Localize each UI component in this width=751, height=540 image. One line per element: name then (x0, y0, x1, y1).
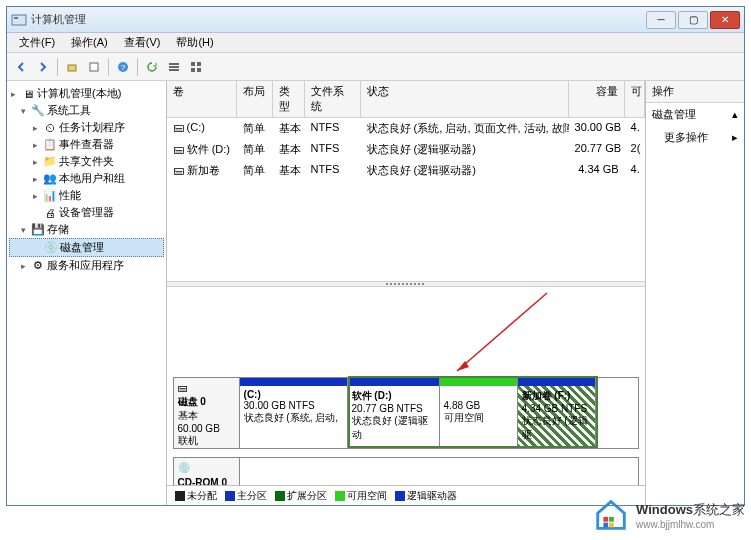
users-icon: 👥 (43, 172, 57, 186)
tree-eventvwr[interactable]: ▸📋事件查看器 (9, 136, 164, 153)
event-icon: 📋 (43, 138, 57, 152)
volume-header[interactable]: 卷 布局 类型 文件系统 状态 容量 可 (167, 81, 645, 118)
svg-rect-10 (197, 62, 201, 66)
tree-services[interactable]: ▸⚙服务和应用程序 (9, 257, 164, 274)
menu-view[interactable]: 查看(V) (116, 33, 169, 52)
forward-button[interactable] (33, 57, 53, 77)
actions-pane: 操作 磁盘管理▴ 更多操作▸ (646, 81, 744, 505)
volume-list[interactable]: 卷 布局 类型 文件系统 状态 容量 可 🖴 (C:)简单基本NTFS状态良好 … (167, 81, 645, 281)
actions-group[interactable]: 磁盘管理▴ (646, 103, 744, 126)
tree-diskmgmt[interactable]: 💿磁盘管理 (9, 238, 164, 257)
volume-row[interactable]: 🖴 软件 (D:)简单基本NTFS状态良好 (逻辑驱动器)20.77 GB2( (167, 139, 645, 160)
disk-icon: 💿 (44, 241, 58, 255)
hdd-icon: 🖴 (178, 382, 198, 393)
gear-icon: ⚙ (31, 259, 45, 273)
svg-line-13 (457, 293, 547, 371)
chevron-up-icon: ▴ (732, 108, 738, 121)
partition[interactable]: 4.88 GB可用空间 (440, 378, 518, 448)
properties-button[interactable] (84, 57, 104, 77)
partition[interactable]: 软件 (D:)20.77 GB NTFS状态良好 (逻辑驱动 (348, 378, 440, 448)
svg-rect-3 (90, 63, 98, 71)
svg-rect-12 (197, 68, 201, 72)
close-button[interactable]: ✕ (710, 11, 740, 29)
svg-rect-17 (603, 523, 608, 528)
partition[interactable]: (C:)30.00 GB NTFS状态良好 (系统, 启动, (240, 378, 348, 448)
perf-icon: 📊 (43, 189, 57, 203)
svg-rect-8 (169, 69, 179, 71)
refresh-button[interactable] (142, 57, 162, 77)
main-window: 计算机管理 ─ ▢ ✕ 文件(F) 操作(A) 查看(V) 帮助(H) ? ▸🖥… (6, 6, 745, 506)
disk-0-row[interactable]: 🖴 磁盘 0 基本 60.00 GB 联机 (C:)30.00 GB NTFS状… (173, 377, 639, 449)
titlebar[interactable]: 计算机管理 ─ ▢ ✕ (7, 7, 744, 33)
svg-rect-1 (14, 17, 18, 19)
svg-text:?: ? (121, 63, 126, 72)
tree-systools[interactable]: ▾🔧系统工具 (9, 102, 164, 119)
nav-tree[interactable]: ▸🖥计算机管理(本地) ▾🔧系统工具 ▸⏲任务计划程序 ▸📋事件查看器 ▸📁共享… (7, 81, 167, 505)
actions-more[interactable]: 更多操作▸ (646, 126, 744, 149)
svg-rect-0 (12, 15, 26, 25)
computer-icon: 🖥 (21, 87, 35, 101)
house-icon (592, 496, 630, 534)
svg-rect-15 (603, 517, 608, 522)
legend: 未分配主分区扩展分区可用空间逻辑驱动器 (167, 485, 645, 505)
view-list-button[interactable] (164, 57, 184, 77)
legend-item: 逻辑驱动器 (395, 489, 457, 503)
disk-0-header: 🖴 磁盘 0 基本 60.00 GB 联机 (174, 378, 240, 448)
watermark: Windows系统之家 www.bjjmlhw.com (592, 496, 745, 534)
tools-icon: 🔧 (31, 104, 45, 118)
svg-rect-18 (609, 523, 614, 528)
view-detail-button[interactable] (186, 57, 206, 77)
device-icon: 🖨 (43, 206, 57, 220)
annotation-arrow (427, 287, 567, 377)
svg-rect-16 (609, 517, 614, 522)
partition[interactable]: 新加卷 (F:)4.34 GB NTFS状态良好 (逻辑驱 (518, 378, 596, 448)
tree-devmgr[interactable]: 🖨设备管理器 (9, 204, 164, 221)
tree-scheduler[interactable]: ▸⏲任务计划程序 (9, 119, 164, 136)
help-button[interactable]: ? (113, 57, 133, 77)
legend-item: 主分区 (225, 489, 267, 503)
menu-help[interactable]: 帮助(H) (168, 33, 221, 52)
legend-item: 扩展分区 (275, 489, 327, 503)
actions-header: 操作 (646, 81, 744, 103)
maximize-button[interactable]: ▢ (678, 11, 708, 29)
up-button[interactable] (62, 57, 82, 77)
volume-row[interactable]: 🖴 (C:)简单基本NTFS状态良好 (系统, 启动, 页面文件, 活动, 故障… (167, 118, 645, 139)
cdrom-row[interactable]: 💿 CD-ROM 0 DVD (E:) 无媒体 (173, 457, 639, 485)
menu-file[interactable]: 文件(F) (11, 33, 63, 52)
folder-icon: 📁 (43, 155, 57, 169)
tree-users[interactable]: ▸👥本地用户和组 (9, 170, 164, 187)
clock-icon: ⏲ (43, 121, 57, 135)
cdrom-icon: 💿 (178, 462, 198, 475)
legend-item: 可用空间 (335, 489, 387, 503)
tree-shared[interactable]: ▸📁共享文件夹 (9, 153, 164, 170)
tree-root[interactable]: ▸🖥计算机管理(本地) (9, 85, 164, 102)
svg-rect-7 (169, 66, 179, 68)
tree-storage[interactable]: ▾💾存储 (9, 221, 164, 238)
center-pane: 卷 布局 类型 文件系统 状态 容量 可 🖴 (C:)简单基本NTFS状态良好 … (167, 81, 646, 505)
storage-icon: 💾 (31, 223, 45, 237)
window-title: 计算机管理 (31, 12, 646, 27)
menubar: 文件(F) 操作(A) 查看(V) 帮助(H) (7, 33, 744, 53)
minimize-button[interactable]: ─ (646, 11, 676, 29)
back-button[interactable] (11, 57, 31, 77)
tree-perf[interactable]: ▸📊性能 (9, 187, 164, 204)
chevron-right-icon: ▸ (732, 131, 738, 144)
cdrom-header: 💿 CD-ROM 0 DVD (E:) 无媒体 (174, 458, 240, 485)
menu-action[interactable]: 操作(A) (63, 33, 116, 52)
app-icon (11, 12, 27, 28)
svg-rect-6 (169, 63, 179, 65)
svg-rect-11 (191, 68, 195, 72)
svg-rect-2 (68, 65, 76, 71)
svg-rect-9 (191, 62, 195, 66)
toolbar: ? (7, 53, 744, 81)
volume-row[interactable]: 🖴 新加卷 简单基本NTFS状态良好 (逻辑驱动器)4.34 GB4. (167, 160, 645, 181)
legend-item: 未分配 (175, 489, 217, 503)
disk-graph[interactable]: 刚刚压缩出来的空间 🖴 磁盘 0 基本 60.00 GB 联机 (C:) (167, 287, 645, 485)
